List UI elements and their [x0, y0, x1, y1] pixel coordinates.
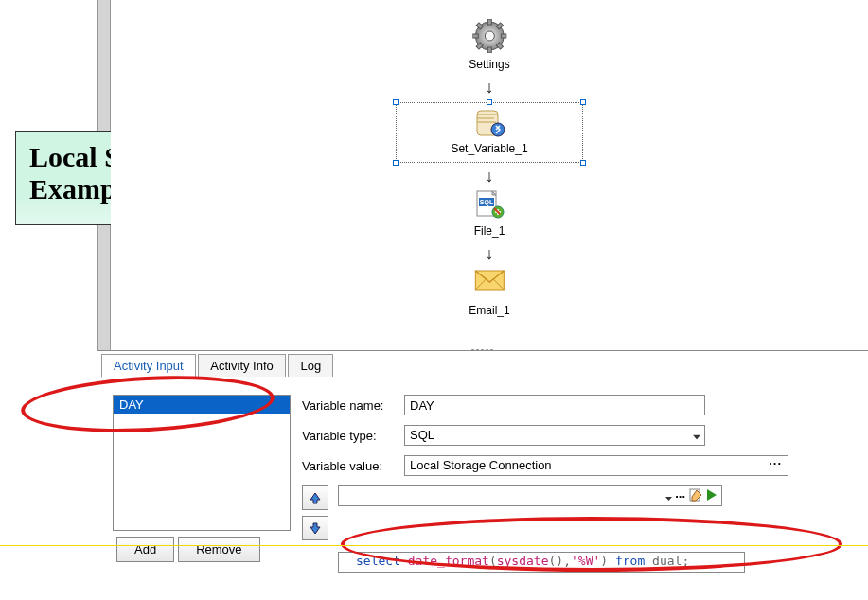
move-up-button[interactable] [302, 485, 328, 510]
arrow-down-icon: ↓ [486, 244, 494, 264]
properties-panel: Activity Input Activity Info Log DAY Add… [97, 350, 868, 600]
edit-icon[interactable] [688, 487, 703, 505]
list-buttons: Add Remove [113, 537, 291, 562]
script-icon [473, 109, 505, 140]
arrow-down-icon: ↓ [486, 167, 494, 186]
svg-point-1 [485, 31, 494, 41]
caret-down-icon[interactable] [665, 489, 672, 503]
svg-rect-3 [487, 47, 491, 53]
svg-point-11 [491, 123, 505, 136]
tab-activity-input[interactable]: Activity Input [101, 354, 196, 378]
gear-icon [472, 19, 506, 56]
svg-rect-4 [472, 34, 478, 38]
annotation-line [0, 545, 868, 546]
variable-list-item[interactable]: DAY [114, 396, 290, 414]
sql-select: select [356, 554, 400, 568]
caret-down-icon [693, 429, 700, 443]
variable-value-text: Local Storage Connection [410, 458, 552, 472]
variable-value-input[interactable]: Local Storage Connection ··· [404, 455, 788, 476]
arrow-down-icon: ↓ [486, 78, 494, 97]
node-set-variable-selected[interactable]: Set_Variable_1 [396, 102, 583, 163]
sql-date-format: date_format [408, 554, 489, 568]
sql-sysdate: sysdate [497, 554, 549, 568]
splitter-grip-icon[interactable] [470, 341, 508, 348]
variable-name-input[interactable] [404, 395, 705, 415]
sql-file-icon: SQL [473, 189, 505, 222]
panel-content: DAY Add Remove Variable name: Variable t… [97, 379, 868, 573]
node-file-label: File_1 [473, 224, 505, 238]
expression-input[interactable]: ··· [338, 485, 722, 506]
variable-name-label: Variable name: [302, 398, 404, 413]
node-settings[interactable]: Settings [469, 19, 509, 71]
sql-code-box[interactable]: select date_format(sysdate(),'%W') from … [338, 552, 745, 573]
node-set-variable-label: Set_Variable_1 [397, 142, 582, 155]
ellipsis-icon[interactable]: ··· [769, 456, 782, 470]
remove-button[interactable]: Remove [178, 537, 259, 562]
variable-value-label: Variable value: [302, 459, 404, 473]
variable-type-value: SQL [410, 428, 434, 442]
expression-actions: ··· [663, 487, 717, 505]
annotation-line [0, 574, 868, 574]
svg-text:SQL: SQL [480, 199, 494, 206]
move-down-button[interactable] [302, 516, 328, 540]
tab-bar: Activity Input Activity Info Log [97, 351, 868, 379]
ellipsis-icon[interactable]: ··· [675, 489, 685, 503]
variable-list[interactable]: DAY [113, 395, 291, 531]
node-email-label: Email_1 [469, 304, 509, 317]
node-file[interactable]: SQL File_1 [473, 189, 505, 238]
svg-rect-5 [501, 34, 506, 38]
variable-type-label: Variable type: [302, 429, 404, 443]
node-email[interactable]: Email_1 [469, 267, 509, 309]
tab-activity-info[interactable]: Activity Info [198, 354, 285, 377]
svg-rect-2 [487, 19, 491, 25]
tab-log[interactable]: Log [288, 354, 333, 377]
sql-dual: dual [652, 554, 682, 568]
node-settings-label: Settings [469, 58, 509, 71]
sql-fmt: '%W' [571, 554, 600, 568]
add-button[interactable]: Add [116, 537, 174, 562]
run-icon[interactable] [706, 488, 717, 504]
workflow-canvas[interactable]: Settings ↓ Set_Variable_1 ↓ [111, 0, 868, 350]
variable-type-select[interactable]: SQL [404, 425, 705, 446]
mail-icon [473, 267, 505, 294]
sql-from: from [615, 554, 645, 568]
